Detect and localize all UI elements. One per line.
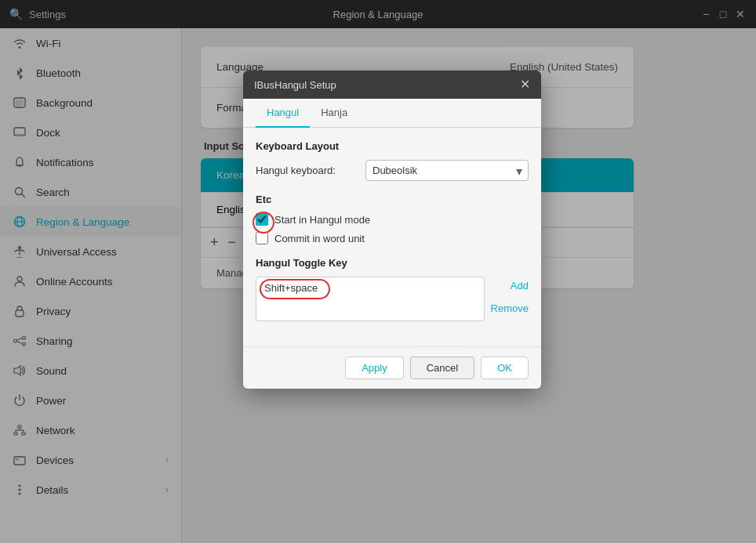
commit-word-checkbox[interactable] (256, 232, 268, 244)
keyboard-layout-select-wrapper: Dubeolsik (365, 160, 529, 181)
toggle-area: Shift+space Add Remove (256, 277, 529, 324)
remove-toggle-key-button[interactable]: Remove (491, 299, 529, 317)
ok-button[interactable]: OK (481, 357, 529, 379)
toggle-key-value: Shift+space (264, 282, 318, 294)
dialog-titlebar: IBusHangul Setup ✕ (243, 71, 541, 99)
etc-section: Etc Start in Hangul mode Commit in word … (256, 194, 529, 244)
start-hangul-label: Start in Hangul mode (274, 214, 370, 226)
dialog-title: IBusHangul Setup (254, 79, 336, 91)
toggle-key-item-empty[interactable] (256, 299, 484, 320)
toggle-buttons-col: Add Remove (485, 277, 529, 324)
commit-word-label: Commit in word unit (274, 233, 365, 244)
keyboard-layout-value: Dubeolsik (373, 165, 417, 176)
toggle-key-list: Shift+space (256, 277, 485, 321)
start-hangul-checkbox[interactable] (256, 213, 268, 226)
toggle-key-item-shift-space: Shift+space (256, 277, 484, 299)
toggle-key-title: Hangul Toggle Key (256, 257, 529, 269)
keyboard-layout-title: Keyboard Layout (256, 140, 529, 152)
dialog-footer: Apply Cancel OK (243, 346, 541, 389)
etc-title: Etc (256, 194, 529, 205)
tab-hangul[interactable]: Hangul (256, 99, 310, 128)
keyboard-layout-label: Hangul keyboard: (256, 165, 358, 176)
dialog-close-button[interactable]: ✕ (520, 78, 530, 91)
keyboard-layout-row: Hangul keyboard: Dubeolsik (256, 160, 529, 181)
add-toggle-key-button[interactable]: Add (491, 277, 529, 295)
tab-hanja-label: Hanja (321, 107, 347, 118)
tab-hangul-label: Hangul (267, 107, 299, 118)
toggle-list-col: Shift+space (256, 277, 485, 324)
start-hangul-row: Start in Hangul mode (256, 213, 529, 226)
dialog-content: Keyboard Layout Hangul keyboard: Dubeols… (243, 128, 541, 346)
ibus-hangul-dialog: IBusHangul Setup ✕ Hangul Hanja Keyboard… (243, 71, 541, 389)
dialog-body: Hangul Hanja Keyboard Layout Hangul keyb… (243, 99, 541, 389)
dialog-tabs: Hangul Hanja (243, 99, 541, 128)
start-hangul-checkbox-wrapper (256, 213, 268, 226)
tab-hanja[interactable]: Hanja (310, 99, 358, 128)
toggle-key-section: Hangul Toggle Key Shift+space Add (256, 257, 529, 324)
cancel-button[interactable]: Cancel (410, 357, 474, 379)
commit-word-row: Commit in word unit (256, 232, 529, 244)
apply-button[interactable]: Apply (345, 357, 404, 379)
keyboard-layout-select[interactable]: Dubeolsik (365, 160, 529, 181)
